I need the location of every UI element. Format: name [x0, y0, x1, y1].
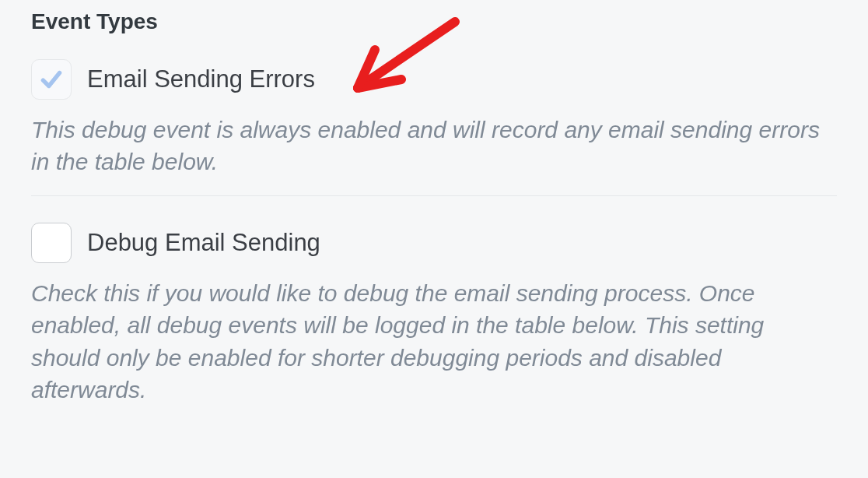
email-errors-description: This debug event is always enabled and w…: [31, 114, 837, 178]
check-icon: [38, 66, 65, 93]
option-divider: [31, 195, 837, 196]
debug-sending-label: Debug Email Sending: [87, 229, 320, 257]
email-errors-checkbox[interactable]: [31, 59, 72, 100]
debug-sending-checkbox[interactable]: [31, 223, 72, 263]
svg-line-2: [358, 50, 375, 88]
option-debug-sending: Debug Email Sending: [31, 223, 837, 263]
debug-sending-description: Check this if you would like to debug th…: [31, 277, 837, 406]
section-title: Event Types: [31, 9, 837, 34]
email-errors-label: Email Sending Errors: [87, 65, 315, 93]
option-email-errors: Email Sending Errors: [31, 59, 837, 100]
svg-line-1: [358, 79, 401, 88]
